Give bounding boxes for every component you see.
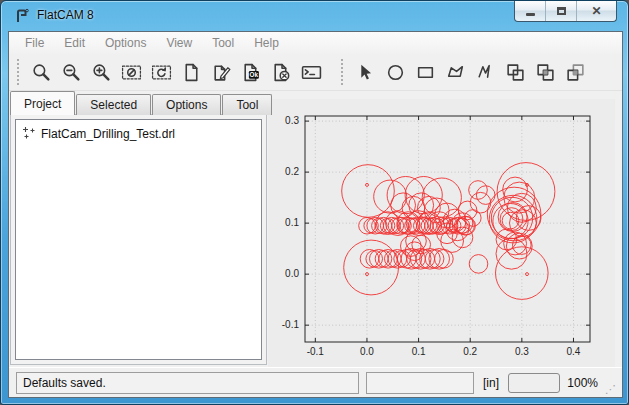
plot-svg: -0.10.00.10.20.30.4-0.10.00.10.20.3 bbox=[268, 99, 615, 367]
intersection-tool-button[interactable] bbox=[533, 59, 560, 86]
flatcam-logo-icon bbox=[14, 8, 30, 24]
new-project-icon bbox=[181, 62, 202, 83]
tree-item-drill-file[interactable]: FlatCam_Drilling_Test.drl bbox=[18, 124, 259, 144]
rectangle-tool-button[interactable] bbox=[413, 59, 440, 86]
svg-text:Ok: Ok bbox=[250, 71, 259, 78]
toolbar-drag-handle[interactable] bbox=[17, 59, 21, 85]
zoom-in-icon bbox=[91, 62, 112, 83]
subtract-tool-button[interactable] bbox=[563, 59, 590, 86]
toolbar-drag-handle[interactable] bbox=[341, 59, 345, 85]
zoom-fit-button[interactable] bbox=[29, 59, 56, 86]
minimize-button[interactable] bbox=[515, 1, 546, 21]
menubar: File Edit Options View Tool Help bbox=[9, 32, 622, 54]
close-icon: ✕ bbox=[591, 5, 601, 17]
tabbar: Project Selected Options Tool bbox=[10, 91, 273, 115]
flatcam-window: FlatCAM 8 ✕ File Edit Options View Tool … bbox=[0, 0, 629, 405]
clear-plot-icon bbox=[121, 62, 142, 83]
delete-object-icon bbox=[271, 62, 292, 83]
svg-text:0.3: 0.3 bbox=[285, 115, 299, 126]
menu-file[interactable]: File bbox=[15, 33, 54, 53]
zoom-fit-icon bbox=[31, 62, 52, 83]
zoom-out-icon bbox=[61, 62, 82, 83]
svg-text:0.4: 0.4 bbox=[567, 346, 581, 357]
polygon-tool-icon bbox=[445, 62, 466, 83]
menu-tool[interactable]: Tool bbox=[202, 33, 244, 53]
shell-icon bbox=[301, 62, 322, 83]
intersection-tool-icon bbox=[535, 62, 556, 83]
maximize-button[interactable] bbox=[546, 1, 577, 21]
zoom-in-button[interactable] bbox=[89, 59, 116, 86]
tab-project[interactable]: Project bbox=[10, 91, 75, 115]
plot-canvas[interactable]: -0.10.00.10.20.30.4-0.10.00.10.20.3 bbox=[268, 99, 615, 367]
tab-tool[interactable]: Tool bbox=[222, 94, 272, 115]
titlebar[interactable]: FlatCAM 8 ✕ bbox=[1, 1, 628, 31]
status-secondary bbox=[366, 372, 474, 394]
save-project-button[interactable]: Ok bbox=[239, 59, 266, 86]
minimize-icon bbox=[526, 13, 535, 16]
open-project-button[interactable] bbox=[209, 59, 236, 86]
progress-bar bbox=[508, 373, 560, 393]
union-tool-icon bbox=[505, 62, 526, 83]
window-title: FlatCAM 8 bbox=[37, 8, 94, 22]
status-message: Defaults saved. bbox=[16, 372, 359, 394]
polygon-tool-button[interactable] bbox=[443, 59, 470, 86]
units-label: [in] bbox=[483, 376, 499, 390]
svg-text:0.2: 0.2 bbox=[285, 166, 299, 177]
zoom-out-button[interactable] bbox=[59, 59, 86, 86]
select-tool-icon bbox=[355, 62, 376, 83]
save-project-icon: Ok bbox=[241, 62, 262, 83]
svg-text:0.2: 0.2 bbox=[463, 346, 477, 357]
client-area: File Edit Options View Tool Help Ok bbox=[8, 31, 623, 398]
menu-edit[interactable]: Edit bbox=[54, 33, 95, 53]
project-panel: FlatCam_Drilling_Test.drl bbox=[10, 114, 267, 365]
select-tool-button[interactable] bbox=[353, 59, 380, 86]
menu-view[interactable]: View bbox=[156, 33, 202, 53]
open-project-icon bbox=[211, 62, 232, 83]
statusbar: Defaults saved. [in] 100% ⋰ bbox=[9, 367, 622, 397]
svg-text:0.0: 0.0 bbox=[285, 268, 299, 279]
menu-options[interactable]: Options bbox=[95, 33, 156, 53]
replot-icon bbox=[151, 62, 172, 83]
shell-button[interactable] bbox=[299, 59, 326, 86]
progress-percent: 100% bbox=[567, 376, 598, 390]
replot-button[interactable] bbox=[149, 59, 176, 86]
circle-tool-icon bbox=[385, 62, 406, 83]
svg-text:0.1: 0.1 bbox=[285, 217, 299, 228]
resize-grip[interactable]: ⋰ bbox=[605, 382, 616, 397]
svg-text:0.1: 0.1 bbox=[412, 346, 426, 357]
path-tool-button[interactable] bbox=[473, 59, 500, 86]
subtract-tool-icon bbox=[565, 62, 586, 83]
toolbar: Ok bbox=[9, 54, 622, 91]
circle-tool-button[interactable] bbox=[383, 59, 410, 86]
svg-text:0.3: 0.3 bbox=[515, 346, 529, 357]
progress-fill bbox=[509, 374, 559, 392]
svg-text:-0.1: -0.1 bbox=[282, 319, 300, 330]
delete-object-button[interactable] bbox=[269, 59, 296, 86]
tree-item-label: FlatCam_Drilling_Test.drl bbox=[41, 127, 175, 141]
svg-text:0.0: 0.0 bbox=[360, 346, 374, 357]
window-controls: ✕ bbox=[514, 1, 617, 22]
project-tree[interactable]: FlatCam_Drilling_Test.drl bbox=[15, 119, 262, 360]
new-project-button[interactable] bbox=[179, 59, 206, 86]
clear-plot-button[interactable] bbox=[119, 59, 146, 86]
maximize-icon bbox=[557, 7, 566, 15]
tab-selected[interactable]: Selected bbox=[76, 94, 151, 115]
drill-marks-icon bbox=[22, 126, 35, 142]
union-tool-button[interactable] bbox=[503, 59, 530, 86]
rectangle-tool-icon bbox=[415, 62, 436, 83]
svg-text:-0.1: -0.1 bbox=[307, 346, 325, 357]
menu-help[interactable]: Help bbox=[244, 33, 289, 53]
tab-options[interactable]: Options bbox=[152, 94, 221, 115]
close-button[interactable]: ✕ bbox=[577, 1, 616, 21]
path-tool-icon bbox=[475, 62, 496, 83]
